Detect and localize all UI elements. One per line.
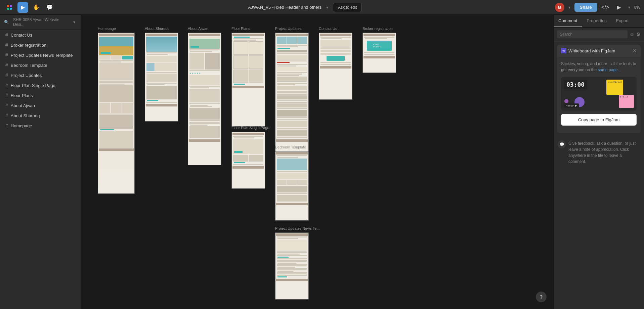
plugin-close-button[interactable]: ✕ [633, 48, 637, 53]
emoji-button[interactable]: ☺ [630, 32, 634, 37]
frame-bedroom[interactable] [275, 151, 309, 218]
comment-area: 💬 Give feedback, ask a question, or just… [554, 136, 644, 169]
sidebar-file-name: SHR 0058 Ajwan Website Desi... [13, 17, 70, 27]
page-icon-contact-us: # [5, 32, 8, 38]
comment-tool-button[interactable]: 💬 [44, 2, 55, 13]
plugin-card: W Whiteboard with FigJam ✕ Stickies, vot… [557, 45, 641, 133]
page-icon-project-updates: # [5, 73, 8, 78]
canvas-content: Homepage [81, 15, 553, 309]
frame-label-project-updates: Project Updates [275, 27, 301, 31]
wb-sticky-yellow: Love this tool [606, 80, 623, 95]
frame-label-bedroom: Bedroom Template [275, 145, 306, 149]
search-input[interactable] [557, 30, 628, 38]
page-icon-floor-single: # [5, 83, 8, 88]
help-button[interactable]: ? [536, 292, 547, 302]
sidebar-label-project-news: Project Updates News Template [11, 53, 73, 58]
sidebar-item-project-updates-news[interactable]: # Project Updates News Template [0, 50, 81, 60]
sidebar-label-project-updates: Project Updates [11, 73, 42, 78]
plugin-title: Whiteboard with FigJam [568, 48, 615, 53]
avatar-chevron[interactable]: ▾ [567, 4, 572, 10]
wb-dot-purple [564, 99, 568, 103]
main-area: 🔍 SHR 0058 Ajwan Website Desi... ▾ # Con… [0, 15, 644, 309]
frame-homepage[interactable] [98, 33, 135, 194]
frame-floor-single[interactable] [231, 132, 265, 189]
plugin-body: Stickies, voting, and more—all the tools… [557, 57, 641, 133]
comment-instruction: Give feedback, ask a question, or just l… [568, 140, 640, 165]
canvas[interactable]: Homepage [81, 15, 553, 309]
sidebar-item-bedroom-template[interactable]: # Bedroom Template [0, 60, 81, 70]
sidebar-label-contact-us: Contact Us [11, 33, 32, 38]
frame-floor-plans[interactable] [231, 33, 265, 127]
page-icon-about-shurooq: # [5, 113, 8, 118]
sidebar-item-floor-plan-single[interactable]: # Floor Plan Single Page [0, 80, 81, 90]
page-icon-bedroom: # [5, 62, 8, 68]
sidebar-item-homepage[interactable]: # Homepage [0, 121, 81, 131]
sidebar-header: 🔍 SHR 0058 Ajwan Website Desi... ▾ [0, 15, 81, 30]
right-panel: Comment Properties Export ☺ ⚙ W Whiteboa… [553, 15, 644, 309]
sidebar-label-about-shurooq: About Shurooq [11, 113, 40, 118]
sidebar-item-broker-registration[interactable]: # Broker registration [0, 40, 81, 50]
wb-timer: 03:00 [564, 80, 587, 89]
whiteboard-preview: 03:00 Love this tool T · T · +7 Restart … [561, 77, 637, 111]
page-icon-homepage: # [5, 123, 8, 128]
frame-about-shurooq[interactable] [145, 33, 178, 122]
page-icon-floor-plans: # [5, 93, 8, 98]
panel-toolbar: ☺ ⚙ [554, 28, 644, 41]
sidebar-label-homepage: Homepage [11, 123, 32, 128]
sidebar-item-project-updates[interactable]: # Project Updates [0, 70, 81, 80]
plugin-link[interactable]: same page. [598, 68, 619, 72]
frame-label-floor-single: Floor Plan Single Page [231, 126, 269, 130]
avatar: M [555, 3, 564, 12]
page-icon-about-ajwan: # [5, 103, 8, 108]
page-icon-project-news: # [5, 52, 8, 58]
share-button[interactable]: Share [574, 3, 597, 12]
frame-label-about-ajwan: About Ajwan [188, 27, 208, 31]
figma-menu-button[interactable] [4, 2, 15, 13]
svg-rect-3 [10, 8, 12, 10]
frame-label-broker-reg: Broker registration [362, 27, 393, 31]
sidebar-item-about-ajwan[interactable]: # About Ajwan [0, 100, 81, 111]
sidebar-item-about-shurooq[interactable]: # About Shurooq [0, 111, 81, 121]
frame-broker-reg[interactable]: AJWAN WEBSITE [362, 33, 396, 73]
svg-rect-0 [7, 5, 9, 7]
select-tool-button[interactable]: ▶ [17, 2, 28, 13]
code-view-button[interactable]: </> [600, 2, 611, 13]
present-chevron[interactable]: ▾ [627, 4, 632, 10]
toolbar-right: M ▾ Share </> ▶ ▾ 8% [555, 2, 640, 13]
pages-list: # Contact Us # Broker registration # Pro… [0, 30, 81, 131]
sidebar-label-floor-single: Floor Plan Single Page [11, 83, 55, 88]
file-name: AJWAN_V5 -Fixed Header and others [248, 5, 321, 10]
file-menu-chevron[interactable]: ▾ [325, 4, 330, 10]
toolbar: ▶ ✋ 💬 AJWAN_V5 -Fixed Header and others … [0, 0, 644, 15]
toolbar-center: AJWAN_V5 -Fixed Header and others ▾ Ask … [58, 3, 552, 12]
copy-to-figjam-button[interactable]: Copy page to FigJam [561, 114, 637, 126]
panel-tabs: Comment Properties Export [554, 15, 644, 28]
tab-export[interactable]: Export [611, 15, 634, 27]
sidebar: 🔍 SHR 0058 Ajwan Website Desi... ▾ # Con… [0, 15, 81, 309]
frame-label-contact-us: Contact Us [319, 27, 337, 31]
comment-bubble-icon: 💬 [558, 140, 566, 148]
ask-to-edit-button[interactable]: Ask to edit [333, 3, 362, 12]
toolbar-left: ▶ ✋ 💬 [4, 2, 55, 13]
svg-rect-2 [7, 8, 9, 10]
sidebar-label-broker: Broker registration [11, 43, 46, 48]
plugin-title-row: W Whiteboard with FigJam [561, 48, 615, 53]
frame-label-floor-plans: Floor Plans [231, 27, 250, 31]
sidebar-label-about-ajwan: About Ajwan [11, 103, 35, 108]
filter-button[interactable]: ⚙ [636, 32, 641, 37]
tab-comment[interactable]: Comment [554, 15, 582, 27]
tab-properties[interactable]: Properties [582, 15, 611, 27]
frame-about-ajwan[interactable]: ★★★★★ [188, 33, 221, 165]
frame-label-project-news: Project Updates News Te... [275, 226, 319, 230]
sidebar-item-contact-us[interactable]: # Contact Us [0, 30, 81, 40]
svg-rect-1 [10, 5, 12, 7]
plugin-description: Stickies, voting, and more—all the tools… [561, 61, 637, 73]
frame-project-news[interactable] [275, 232, 309, 300]
sidebar-file-chevron[interactable]: ▾ [72, 19, 77, 25]
wb-restart-button[interactable]: Restart ▶ [564, 103, 579, 108]
hand-tool-button[interactable]: ✋ [31, 2, 42, 13]
present-button[interactable]: ▶ [613, 2, 624, 13]
sidebar-item-floor-plans[interactable]: # Floor Plans [0, 90, 81, 100]
frame-contact-us[interactable] [319, 33, 352, 100]
frame-label-about-shurooq: About Shurooq [145, 27, 169, 31]
